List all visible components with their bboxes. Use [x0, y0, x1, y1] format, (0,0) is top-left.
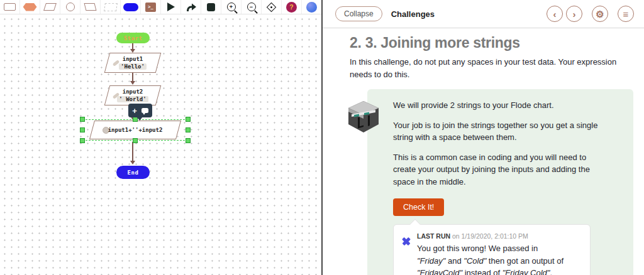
zoom-out-icon: − [247, 3, 256, 11]
node-content: input2 ' World' [107, 85, 158, 105]
pill-tool[interactable] [121, 0, 141, 14]
chevron-right-icon: › [573, 9, 576, 19]
zoom-out-glyph: − [250, 4, 253, 10]
zoom-in-glyph: + [230, 4, 233, 10]
last-run-label: LAST RUN [417, 232, 450, 240]
start-node[interactable]: Start [116, 33, 150, 43]
parallelogram-alt-icon [84, 3, 97, 11]
redo-button[interactable] [181, 0, 201, 14]
circle-icon [66, 3, 75, 11]
resize-handle[interactable] [186, 117, 191, 122]
stop-icon [207, 3, 215, 11]
selection-outline [82, 119, 188, 141]
terminal-tool[interactable]: >_ [141, 0, 161, 14]
node-value: ' World' [117, 96, 148, 102]
node-value: 'Hello' [119, 63, 147, 70]
card-paragraph: Your job is to join the strings together… [393, 119, 614, 144]
settings-button[interactable]: ⚙ [592, 6, 608, 22]
curved-arrow-icon [185, 3, 197, 12]
arrowhead [130, 81, 135, 85]
challenge-intro: In this challenge, do not put any spaces… [350, 56, 644, 81]
input2-node[interactable]: input2 ' World' [107, 85, 158, 105]
node-label: input1 [123, 56, 143, 62]
parallelogram-alt-tool[interactable] [80, 0, 101, 14]
add-node-button[interactable]: + [132, 107, 137, 115]
dashed-shape-tool[interactable] [101, 0, 121, 14]
resize-handle[interactable] [186, 138, 191, 143]
challenge-content: 2. 3. Joining more strings In this chall… [323, 28, 644, 275]
panel-header: Collapse Challenges ‹ › ⚙ ≡ [323, 0, 644, 28]
challenge-card: We will provide 2 strings to your Flode … [367, 89, 633, 275]
result-meta: LAST RUN on 1/19/2020, 2:01:10 PM [417, 232, 564, 240]
resize-handle[interactable] [80, 117, 85, 122]
center-dot [270, 6, 272, 8]
node-action-tooltip: + [128, 104, 152, 117]
hexagon-icon [23, 3, 37, 11]
rectangle-icon [4, 3, 16, 11]
check-it-button[interactable]: Check It! [393, 198, 444, 216]
play-icon [167, 3, 175, 11]
flowchart-editor: >_ + − ? Start input1 'Hello' [0, 0, 321, 275]
last-run-body: You got this wrong! We passed in"Friday"… [417, 242, 564, 275]
shape-toolbar: >_ + − ? [0, 0, 321, 14]
help-button[interactable]: ? [282, 0, 302, 14]
resize-handle[interactable] [80, 138, 85, 143]
arrowhead [130, 161, 135, 164]
card-paragraph: We will provide 2 strings to your Flode … [393, 99, 614, 112]
connector-arrow [132, 73, 133, 82]
comment-button[interactable] [142, 108, 148, 113]
account-icon [306, 2, 317, 13]
header-actions: ‹ › ⚙ ≡ [547, 6, 634, 22]
center-view-icon [267, 2, 277, 12]
last-run-timestamp: on 1/19/2020, 2:01:10 PM [450, 232, 528, 240]
wrong-x-icon [400, 237, 413, 275]
result-text: LAST RUN on 1/19/2020, 2:01:10 PM You go… [417, 232, 564, 275]
gear-icon: ⚙ [596, 9, 604, 19]
hexagon-tool[interactable] [20, 0, 40, 14]
circle-tool[interactable] [60, 0, 80, 14]
chevron-left-icon: ‹ [553, 9, 557, 19]
resize-handle[interactable] [80, 127, 85, 132]
zoom-out-button[interactable]: − [242, 0, 262, 14]
zoom-in-button[interactable]: + [221, 0, 242, 14]
collapse-button[interactable]: Collapse [335, 6, 382, 21]
challenge-card-wrap: We will provide 2 strings to your Flode … [367, 89, 633, 275]
connector-arrow [132, 142, 133, 161]
center-view-button[interactable] [262, 0, 282, 14]
card-paragraph: This is a common case in coding and you … [393, 151, 614, 188]
end-node[interactable]: End [116, 166, 150, 179]
zoom-in-icon: + [227, 3, 236, 11]
help-icon: ? [286, 2, 297, 13]
dashed-parallelogram-icon [104, 3, 118, 11]
menu-button[interactable]: ≡ [618, 6, 634, 22]
panel-title: Challenges [391, 9, 435, 19]
rectangle-tool[interactable] [0, 0, 20, 14]
resize-handle[interactable] [133, 138, 138, 143]
input1-node[interactable]: input1 'Hello' [107, 53, 158, 73]
prev-challenge-button[interactable]: ‹ [547, 6, 563, 22]
app-window: >_ + − ? Start input1 'Hello' [0, 0, 644, 275]
hamburger-icon: ≡ [623, 9, 629, 19]
parallelogram-icon [43, 3, 57, 11]
parallelogram-tool[interactable] [40, 0, 60, 14]
pill-icon [123, 3, 138, 11]
account-button[interactable] [302, 0, 321, 14]
connector-arrow [132, 43, 133, 50]
result-pointer [410, 219, 421, 230]
flowchart-canvas[interactable]: Start input1 'Hello' input2 ' World' [0, 14, 321, 275]
next-challenge-button[interactable]: › [566, 6, 582, 22]
run-button[interactable] [161, 0, 181, 14]
node-content: input1 'Hello' [107, 53, 158, 73]
stop-button[interactable] [201, 0, 221, 14]
resize-handle[interactable] [186, 127, 191, 132]
last-run-result: LAST RUN on 1/19/2020, 2:01:10 PM You go… [393, 224, 591, 275]
terminal-icon: >_ [145, 3, 156, 12]
tooltip-pointer [136, 117, 143, 121]
machine-icon [347, 99, 380, 136]
challenges-panel: Collapse Challenges ‹ › ⚙ ≡ 2. 3. Joinin… [321, 0, 644, 275]
challenge-heading: 2. 3. Joining more strings [350, 35, 644, 51]
node-label: input2 [123, 89, 143, 95]
